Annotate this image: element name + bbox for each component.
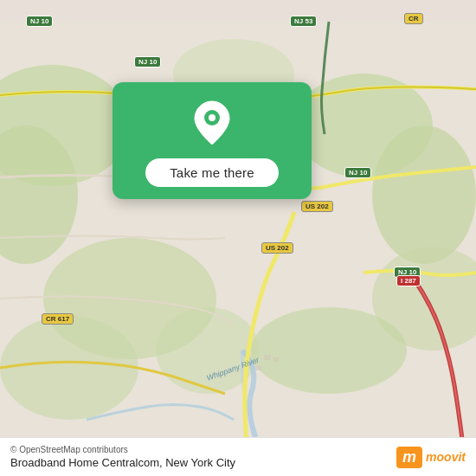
map-background: Whippany River	[0, 0, 476, 476]
svg-rect-12	[264, 355, 271, 360]
road-badge-nj53: NJ 53	[290, 16, 317, 27]
pin-icon-wrap	[193, 100, 231, 150]
popup-card: Take me there	[113, 82, 312, 199]
road-badge-us202-1: US 202	[301, 201, 333, 212]
road-badge-cr: CR	[404, 13, 423, 24]
svg-point-7	[0, 316, 138, 420]
location-info: © OpenStreetMap contributors Broadband H…	[10, 445, 235, 469]
road-badge-cr617: CR 617	[42, 313, 74, 325]
svg-rect-13	[273, 357, 279, 362]
svg-point-16	[209, 114, 215, 121]
road-badge-nj10-2: NJ 10	[134, 56, 161, 68]
road-badge-i287: I 287	[396, 275, 421, 286]
road-badge-nj10-3: NJ 10	[344, 167, 371, 178]
moovit-m-letter: m	[396, 447, 422, 468]
location-name: Broadband Home Centralcom, New York City	[10, 456, 235, 469]
svg-point-8	[251, 307, 407, 394]
svg-rect-14	[255, 366, 261, 370]
road-badge-us202-2: US 202	[261, 242, 293, 254]
copyright-text: © OpenStreetMap contributors	[10, 445, 235, 454]
location-pin-icon	[193, 100, 231, 146]
svg-point-5	[372, 125, 476, 264]
moovit-text: moovit	[426, 450, 466, 464]
take-me-there-button[interactable]: Take me there	[145, 158, 279, 187]
moovit-logo: m moovit	[396, 447, 466, 468]
map-container: Whippany River NJ 10 NJ 10 NJ 53 NJ 10 N…	[0, 0, 476, 476]
bottom-bar: © OpenStreetMap contributors Broadband H…	[0, 437, 476, 476]
road-badge-nj10-1: NJ 10	[26, 16, 53, 27]
